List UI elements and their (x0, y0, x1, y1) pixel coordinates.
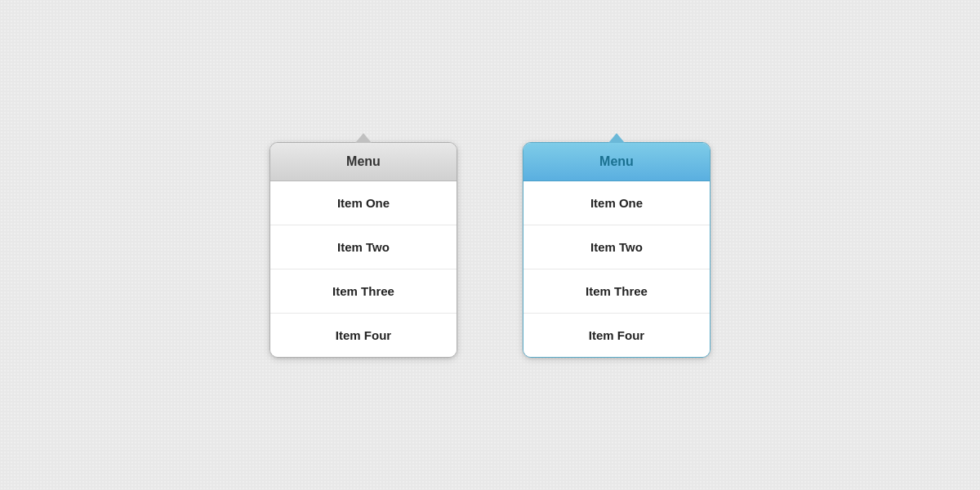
gray-menu-box: Menu Item One Item Two Item Three Item F… (270, 142, 457, 358)
gray-menu-item-4[interactable]: Item Four (270, 314, 457, 357)
gray-menu-item-2[interactable]: Item Two (270, 225, 457, 270)
gray-menu-arrow (355, 133, 372, 143)
blue-menu-box: Menu Item One Item Two Item Three Item F… (523, 142, 710, 358)
blue-menu-items: Item One Item Two Item Three Item Four (523, 181, 710, 357)
blue-menu-item-4[interactable]: Item Four (523, 314, 710, 357)
gray-menu-item-1[interactable]: Item One (270, 181, 457, 225)
gray-menu-header: Menu (270, 143, 457, 181)
blue-menu-header: Menu (523, 143, 710, 181)
gray-menu-items: Item One Item Two Item Three Item Four (270, 181, 457, 357)
gray-menu-item-3[interactable]: Item Three (270, 270, 457, 314)
blue-menu-container: Menu Item One Item Two Item Three Item F… (523, 133, 710, 358)
gray-menu-container: Menu Item One Item Two Item Three Item F… (270, 133, 457, 358)
blue-menu-arrow (608, 133, 625, 143)
blue-menu-item-1[interactable]: Item One (523, 181, 710, 225)
blue-menu-item-2[interactable]: Item Two (523, 225, 710, 270)
blue-menu-item-3[interactable]: Item Three (523, 270, 710, 314)
